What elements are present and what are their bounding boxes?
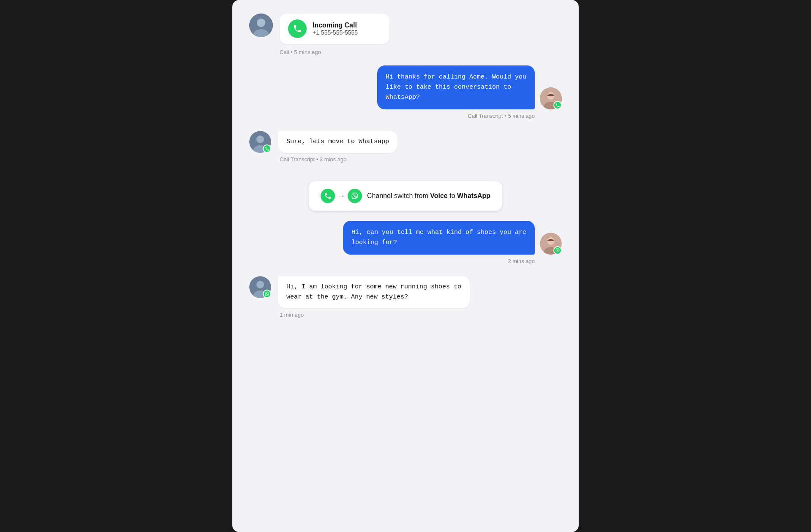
whatsapp-channel-icon xyxy=(348,189,362,203)
channel-to-label: WhatsApp xyxy=(457,192,490,199)
customer-channel-badge-2 xyxy=(263,290,271,298)
voice-channel-icon xyxy=(321,189,335,203)
svg-point-3 xyxy=(257,19,265,27)
agent-channel-badge-2 xyxy=(553,246,562,255)
customer-message-1-row: Sure, lets move to Whatsapp xyxy=(249,131,562,153)
channel-switch-text: Channel switch from Voice to WhatsApp xyxy=(367,192,490,200)
svg-point-14 xyxy=(256,281,264,288)
call-title: Incoming Call xyxy=(313,22,358,29)
call-number: +1 555-555-5555 xyxy=(313,29,358,36)
customer-avatar xyxy=(249,14,273,37)
agent-msg-1-timestamp: Call Transcript • 5 mins ago xyxy=(249,113,535,119)
customer-msg-2-timestamp: 1 min ago xyxy=(280,312,562,318)
channel-switch-row: → Channel switch from Voice to WhatsApp xyxy=(249,181,562,211)
call-timestamp: Call • 5 mins ago xyxy=(280,49,562,55)
channel-switch-arrow: → xyxy=(337,192,345,201)
chat-container: Incoming Call +1 555-555-5555 Call • 5 m… xyxy=(232,0,579,532)
call-info: Incoming Call +1 555-555-5555 xyxy=(313,22,358,36)
customer-channel-badge-1 xyxy=(263,144,271,153)
agent-bubble-1: Hi thanks for calling Acme. Would youlik… xyxy=(377,65,535,109)
incoming-call-card: Incoming Call +1 555-555-5555 xyxy=(280,14,389,44)
agent-avatar-wrap-1 xyxy=(540,87,562,109)
channel-from-label: Voice xyxy=(430,192,448,199)
customer-msg-1-timestamp: Call Transcript • 3 mins ago xyxy=(280,156,562,163)
agent-channel-badge-1 xyxy=(553,101,562,109)
customer-avatar-wrap-1 xyxy=(249,131,271,153)
call-icon xyxy=(288,19,307,38)
channel-switch-card: → Channel switch from Voice to WhatsApp xyxy=(309,181,502,211)
incoming-call-row: Incoming Call +1 555-555-5555 xyxy=(249,14,562,44)
agent-msg-2-timestamp: 2 mins ago xyxy=(249,258,535,264)
customer-avatar-wrap-2 xyxy=(249,276,271,298)
customer-bubble-1: Sure, lets move to Whatsapp xyxy=(278,131,397,153)
agent-bubble-2: Hi, can you tell me what kind of shoes y… xyxy=(343,221,535,255)
agent-message-2-row: Hi, can you tell me what kind of shoes y… xyxy=(249,221,562,255)
customer-bubble-2: Hi, I am looking for some new running sh… xyxy=(278,276,470,308)
agent-avatar-wrap-2 xyxy=(540,233,562,255)
channel-switch-icons: → xyxy=(321,189,362,203)
svg-point-8 xyxy=(256,136,264,143)
customer-message-2-row: Hi, I am looking for some new running sh… xyxy=(249,276,562,308)
agent-message-1-row: Hi thanks for calling Acme. Would youlik… xyxy=(249,65,562,109)
